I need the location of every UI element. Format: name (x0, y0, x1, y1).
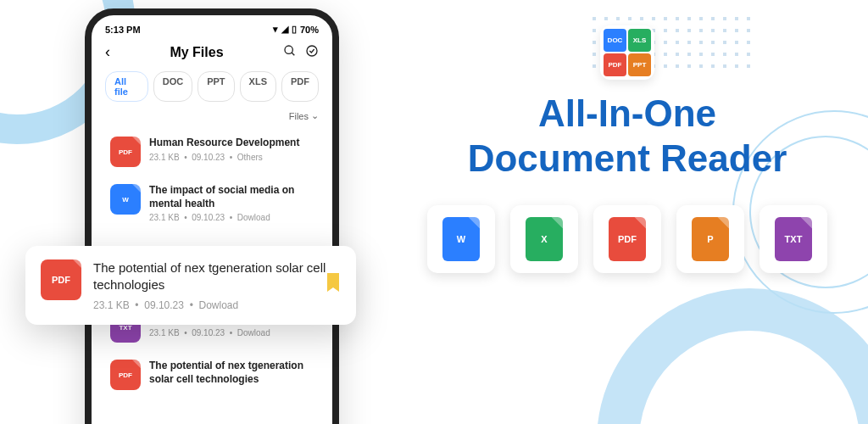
logo-quad-xls: XLS (628, 29, 651, 52)
file-meta: 23.1 KB • 09.10.23 • Dowload (149, 213, 314, 222)
featured-file-card[interactable]: PDF The potential of nex tgeneration sol… (25, 246, 356, 325)
file-name: The potential of nex tgeneration solar c… (93, 259, 341, 294)
bookmark-icon[interactable] (326, 273, 341, 296)
svg-line-1 (292, 53, 294, 55)
svg-point-0 (285, 46, 292, 53)
sort-dropdown[interactable]: Files ⌄ (105, 110, 319, 121)
back-button[interactable]: ‹ (105, 43, 110, 61)
file-meta: 23.1 KB • 09.10.23 • Others (149, 153, 299, 162)
search-icon[interactable] (283, 44, 297, 61)
format-cards: W X PDF P TXT (398, 205, 856, 273)
tab-xls[interactable]: XLS (240, 71, 276, 102)
logo-quad-pdf: PDF (604, 53, 626, 76)
format-txt: TXT (760, 205, 827, 273)
page-title: My Files (170, 45, 223, 60)
file-meta: 23.1 KB • 09.10.23 • Dowload (93, 299, 341, 311)
file-name: Human Resource Development (149, 137, 299, 150)
tab-pdf[interactable]: PDF (281, 71, 319, 102)
format-ppt: P (676, 205, 744, 273)
format-xls: X (510, 205, 578, 273)
battery-icon: ▯ (292, 24, 297, 35)
filter-tabs: All file DOC PPT XLS PDF (105, 71, 319, 102)
wifi-icon: ▾ (273, 24, 278, 35)
svg-point-2 (307, 46, 317, 56)
battery-pct: 70% (300, 25, 319, 35)
format-doc: W (427, 205, 495, 273)
list-item[interactable]: W The impact of social media on mental h… (105, 176, 319, 231)
file-meta: 23.1 KB • 09.10.23 • Dowload (149, 328, 270, 338)
format-pdf: PDF (593, 205, 661, 273)
app-logo: DOC XLS PDF PPT (600, 25, 654, 80)
tab-all-file[interactable]: All file (105, 71, 148, 102)
chevron-down-icon: ⌄ (311, 110, 319, 121)
list-item[interactable]: PDF Human Resource Development 23.1 KB •… (105, 128, 319, 176)
pdf-icon: PDF (110, 360, 141, 390)
file-name: The potential of nex tgeneration solar c… (149, 360, 314, 386)
pdf-icon: PDF (110, 137, 141, 167)
status-right: ▾ ◢ ▯ 70% (273, 24, 319, 35)
status-bar: 5:13 PM ▾ ◢ ▯ 70% (105, 24, 319, 35)
tab-doc[interactable]: DOC (153, 71, 192, 102)
select-icon[interactable] (305, 44, 319, 61)
sort-label: Files (289, 111, 309, 121)
phone-mockup: 5:13 PM ▾ ◢ ▯ 70% ‹ My Files All file (85, 8, 339, 424)
list-item[interactable]: PDF The potential of nex tgeneration sol… (105, 351, 319, 399)
status-time: 5:13 PM (105, 25, 141, 35)
tab-ppt[interactable]: PPT (198, 71, 234, 102)
logo-quad-ppt: PPT (628, 53, 651, 76)
logo-quad-doc: DOC (604, 29, 626, 52)
headline: All-In-One Document Reader (398, 92, 856, 181)
file-name: The impact of social media on mental hea… (149, 184, 314, 210)
signal-icon: ◢ (281, 24, 288, 35)
doc-icon: W (110, 184, 141, 215)
pdf-icon: PDF (41, 259, 81, 300)
